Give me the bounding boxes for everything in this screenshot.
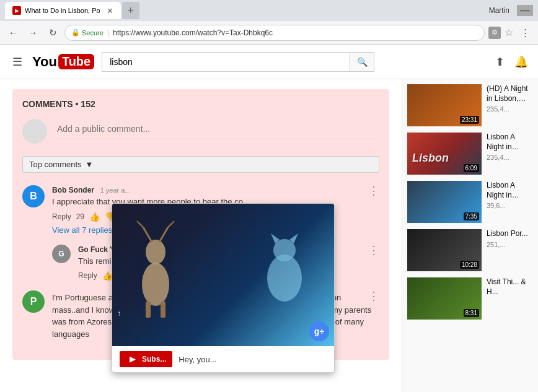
- secure-badge: 🔒 Secure: [71, 28, 104, 37]
- popup-bottom: ▶ Subs... Hey, you...: [112, 346, 334, 372]
- address-bar: ← → ↻ 🔒 Secure | https://www.youtube.com…: [0, 21, 538, 45]
- reply-button[interactable]: Reply: [52, 212, 71, 221]
- search-input[interactable]: [102, 52, 350, 72]
- comment-more-button[interactable]: ⋮: [368, 185, 379, 196]
- extension-icon-1[interactable]: ⚙: [488, 27, 501, 39]
- duration-3: 7:35: [464, 212, 479, 220]
- svg-rect-9: [161, 302, 165, 318]
- lock-icon: 🔒: [71, 28, 80, 37]
- upload-icon[interactable]: ⬆: [495, 55, 505, 69]
- browser-titlebar: ▶ What to Do in Lisbon, Po ✕ + Martin —: [0, 0, 538, 21]
- minimize-button[interactable]: —: [517, 5, 533, 16]
- duration-2: 6:09: [464, 164, 479, 172]
- sidebar-video-1[interactable]: 23:31 (HD) A Night in Lisbon, Lisbon, Po…: [407, 84, 533, 126]
- extension-icons: ⚙: [488, 27, 501, 39]
- logo-tube: Tube: [58, 54, 94, 69]
- popup-overlay: ↑ g+ ▶ Subs... Hey, you...: [112, 203, 335, 373]
- deer-image: [125, 210, 187, 321]
- sort-label: Top comments: [29, 160, 82, 169]
- menu-button[interactable]: ⋮: [517, 25, 533, 41]
- youtube-header: ☰ YouTube 🔍 ⬆ 🔔: [0, 45, 538, 79]
- bookmark-icon[interactable]: ☆: [505, 27, 513, 38]
- sidebar-video-info-4: Lisbon Por... 251,...: [487, 229, 533, 271]
- like-button[interactable]: 👍: [89, 212, 100, 222]
- svg-line-5: [159, 227, 168, 242]
- cat-image: [254, 216, 315, 315]
- avatar-3: P: [22, 290, 45, 313]
- sidebar-video-info-5: Visit Thi... & H...: [487, 277, 533, 320]
- sidebar-thumbnail-2: Lisbon 6:09: [407, 133, 482, 175]
- sidebar-video-3[interactable]: 7:35 Lisbon A Night in Port... 39,6...: [407, 181, 533, 223]
- lisbon-overlay-text: Lisbon: [412, 152, 449, 165]
- sidebar-video-2[interactable]: Lisbon 6:09 Lisbon A Night in Lisbon 235…: [407, 133, 533, 175]
- user-name: Martin: [489, 6, 514, 15]
- notification-icon[interactable]: 🔔: [514, 55, 528, 69]
- active-tab[interactable]: ▶ What to Do in Lisbon, Po ✕: [5, 2, 121, 19]
- sidebar-video-title-5: Visit Thi... & H...: [487, 277, 533, 297]
- popup-image: ↑ g+: [112, 204, 334, 346]
- add-comment-section: [22, 119, 379, 144]
- sub-reply-button[interactable]: Reply: [78, 271, 97, 280]
- address-bar-input[interactable]: 🔒 Secure | https://www.youtube.com/watch…: [64, 25, 485, 41]
- sidebar-video-meta-1: 235,4...: [487, 105, 533, 113]
- yt-subscribe-icon: ▶: [126, 355, 138, 364]
- sidebar-video-meta-2: 235,4...: [487, 154, 533, 161]
- url-separator: |: [107, 28, 109, 37]
- reload-button[interactable]: ↻: [45, 25, 61, 41]
- sidebar-thumbnail-1: 23:31: [407, 84, 482, 126]
- sidebar-video-info-2: Lisbon A Night in Lisbon 235,4...: [487, 133, 533, 175]
- duration-4: 10:28: [460, 261, 479, 269]
- duration-1: 23:31: [460, 116, 479, 124]
- duration-5: 8:31: [464, 309, 479, 317]
- sidebar-thumbnail-3: 7:35: [407, 181, 482, 223]
- tab-favicon: ▶: [12, 6, 21, 15]
- main-content: COMMENTS • 152 Top comments ▼ B Bob Sond…: [0, 79, 402, 392]
- sidebar-video-5[interactable]: 8:31 Visit Thi... & H...: [407, 277, 533, 320]
- svg-line-7: [168, 224, 172, 227]
- sort-chevron-icon: ▼: [86, 160, 94, 169]
- sidebar-video-title-4: Lisbon Por...: [487, 229, 533, 239]
- svg-point-11: [273, 239, 296, 261]
- sidebar-video-title-1: (HD) A Night in Lisbon, Lisbon, Por...: [487, 84, 533, 103]
- add-comment-input[interactable]: [55, 119, 379, 139]
- header-icons: ⬆ 🔔: [495, 55, 528, 69]
- back-button[interactable]: ←: [5, 25, 21, 41]
- sidebar-video-4[interactable]: 10:28 Lisbon Por... 251,...: [407, 229, 533, 271]
- svg-rect-8: [146, 302, 151, 318]
- svg-point-0: [142, 263, 169, 306]
- google-plus-button[interactable]: g+: [309, 321, 329, 341]
- popup-arrow-icon: ↑: [117, 309, 121, 318]
- tab-close-button[interactable]: ✕: [107, 6, 113, 15]
- like-count: 29: [76, 212, 84, 221]
- forward-button[interactable]: →: [25, 25, 41, 41]
- user-avatar: [22, 119, 47, 144]
- subscribe-button[interactable]: ▶ Subs...: [120, 351, 172, 367]
- comment-3-more-button[interactable]: ⋮: [368, 290, 379, 302]
- avatar: B: [22, 185, 45, 207]
- sort-dropdown[interactable]: Top comments ▼: [22, 156, 379, 173]
- comment-time: 1 year a...: [100, 186, 131, 194]
- svg-point-10: [267, 255, 302, 302]
- sub-avatar: G: [52, 245, 71, 263]
- search-button[interactable]: 🔍: [350, 52, 374, 72]
- svg-point-1: [146, 240, 165, 264]
- hamburger-icon[interactable]: ☰: [10, 53, 25, 71]
- comments-header: COMMENTS • 152: [22, 99, 379, 109]
- youtube-logo[interactable]: YouTube: [32, 54, 94, 70]
- subscribe-label: Subs...: [142, 355, 166, 364]
- new-tab-button[interactable]: +: [122, 2, 139, 19]
- comment-author: Bob Sonder: [52, 186, 94, 194]
- svg-line-4: [139, 224, 143, 227]
- sub-comment-more-button[interactable]: ⋮: [368, 245, 379, 256]
- tab-bar: ▶ What to Do in Lisbon, Po ✕ +: [5, 2, 487, 19]
- url-text: https://www.youtube.com/watch?v=Tax-Dhbk…: [113, 28, 478, 37]
- page-body: COMMENTS • 152 Top comments ▼ B Bob Sond…: [0, 79, 538, 392]
- logo-you: You: [32, 54, 57, 70]
- sidebar-video-info-1: (HD) A Night in Lisbon, Lisbon, Por... 2…: [487, 84, 533, 126]
- search-wrapper: 🔍: [102, 52, 488, 72]
- sidebar-thumbnail-4: 10:28: [407, 229, 482, 271]
- view-replies-label: View all 7 replies: [52, 225, 112, 235]
- sidebar: 23:31 (HD) A Night in Lisbon, Lisbon, Po…: [402, 79, 538, 392]
- svg-line-2: [143, 227, 152, 242]
- popup-text: Hey, you...: [179, 355, 216, 364]
